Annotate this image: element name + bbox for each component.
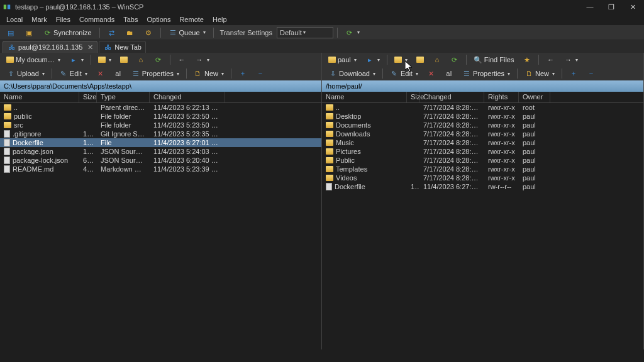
local-path[interactable]: C:\Users\ppara\Documents\Apps\testapp\ xyxy=(0,80,321,92)
folder-pair-btn[interactable]: ▣ xyxy=(21,27,37,38)
local-back-btn[interactable]: ← xyxy=(174,54,190,65)
local-refresh-btn[interactable]: ⟳ xyxy=(150,54,167,65)
settings-btn[interactable]: ⚙ xyxy=(140,27,157,38)
table-row[interactable]: Downloads7/17/2024 8:28:46 PMrwxr-xr-xpa… xyxy=(322,129,643,138)
folder-icon xyxy=(4,113,11,119)
file-icon xyxy=(4,148,10,155)
browse-btn[interactable]: 🖿 xyxy=(122,27,138,38)
table-row[interactable]: Desktop7/17/2024 8:28:46 PMrwxr-xr-xpaul xyxy=(322,112,643,121)
remote-back-btn[interactable]: ← xyxy=(542,54,558,65)
remote-bookmark-btn[interactable]: ★ xyxy=(519,54,535,65)
remote-properties-btn[interactable]: ☰Properties xyxy=(458,68,514,79)
local-minus-btn[interactable]: − xyxy=(252,68,269,79)
folder-icon xyxy=(326,166,333,172)
table-row[interactable]: Music7/17/2024 8:28:46 PMrwxr-xr-xpaul xyxy=(322,138,643,147)
table-row[interactable]: Videos7/17/2024 8:28:46 PMrwxr-xr-xpaul xyxy=(322,173,643,182)
table-row[interactable]: Public7/17/2024 8:28:46 PMrwxr-xr-xpaul xyxy=(322,156,643,165)
local-switch-btn[interactable]: ▸ xyxy=(65,54,87,65)
tab-session[interactable]: 🖧 paul@192.168.1.135 ✕ xyxy=(3,41,97,53)
remote-minus-btn[interactable]: − xyxy=(583,68,599,79)
table-row[interactable]: Templates7/17/2024 8:28:46 PMrwxr-xr-xpa… xyxy=(322,165,643,173)
connected-icon: 🖧 xyxy=(7,43,16,52)
folder-icon xyxy=(326,104,333,111)
remote-header[interactable]: Name Size Changed Rights Owner xyxy=(322,92,643,103)
local-edit-btn[interactable]: ✎Edit xyxy=(55,68,91,79)
local-fwd-btn[interactable]: → xyxy=(191,54,213,65)
folder-icon xyxy=(326,122,333,128)
remote-fwd-btn[interactable]: → xyxy=(560,54,582,65)
remote-edit-btn[interactable]: ✎Edit xyxy=(386,68,422,79)
file-icon xyxy=(4,130,10,138)
session-tabs: 🖧 paul@192.168.1.135 ✕ 🖧 New Tab xyxy=(0,40,644,53)
remote-drive-combo[interactable]: paul xyxy=(325,55,360,65)
remote-plus-btn[interactable]: + xyxy=(565,68,582,79)
folder-icon xyxy=(326,131,333,137)
local-delete-btn[interactable]: ✕ xyxy=(92,68,109,79)
table-row[interactable]: README.md4 KBMarkdown Source …11/4/2023 … xyxy=(0,165,321,173)
table-row[interactable]: Dockerfile1 KB11/4/2023 6:27:01 PMrw-r--… xyxy=(322,182,643,191)
local-root-btn[interactable] xyxy=(116,55,131,64)
remote-file-list[interactable]: ..7/17/2024 8:28:42 PMrwxr-xr-xrootDeskt… xyxy=(322,103,643,349)
local-properties-btn[interactable]: ☰Properties xyxy=(128,68,183,79)
folder-icon xyxy=(326,157,333,163)
table-row[interactable]: ..Parent directory11/4/2023 6:22:13 PM xyxy=(0,103,321,112)
remote-home-btn[interactable]: ⌂ xyxy=(429,54,445,65)
panes-container: My docum… ▸ ⌂ ⟳ ← → ⇧Upload ✎Edit ✕ aI ☰… xyxy=(0,53,644,349)
remote-root-btn[interactable] xyxy=(413,55,428,64)
transfer-label: Transfer Settings xyxy=(218,29,275,36)
remote-actionbar: ⇩Download ✎Edit ✕ aI ☰Properties 🗋New + … xyxy=(322,67,643,80)
remote-up-btn[interactable] xyxy=(391,55,411,64)
remote-path[interactable]: /home/paul/ xyxy=(322,80,643,92)
table-row[interactable]: .gitignore1 KBGit Ignore Source F…11/4/2… xyxy=(0,129,321,138)
local-file-list[interactable]: ..Parent directory11/4/2023 6:22:13 PMpu… xyxy=(0,103,321,349)
remote-new-btn[interactable]: 🗋New xyxy=(521,68,558,79)
local-up-btn[interactable] xyxy=(94,55,115,64)
folder-icon xyxy=(328,57,336,63)
local-plus-btn[interactable]: + xyxy=(235,68,251,79)
tab-new[interactable]: 🖧 New Tab xyxy=(99,41,146,53)
local-new-btn[interactable]: 🗋New xyxy=(190,68,228,79)
menu-remote[interactable]: Remote xyxy=(175,16,208,23)
synchronize-btn[interactable]: ⟳Synchronize xyxy=(39,27,96,38)
table-row[interactable]: srcFile folder11/4/2023 5:23:50 PM xyxy=(0,121,321,129)
maximize-button[interactable]: ❐ xyxy=(606,3,616,11)
menu-tabs[interactable]: Tabs xyxy=(119,16,142,23)
menu-options[interactable]: Options xyxy=(143,16,174,23)
address-book-btn[interactable]: ▤ xyxy=(3,27,19,38)
menu-commands[interactable]: Commands xyxy=(75,16,118,23)
queue-btn[interactable]: ☰Queue xyxy=(165,27,209,38)
new-tab-icon: 🖧 xyxy=(103,43,112,52)
remote-refresh-btn[interactable]: ⟳ xyxy=(447,54,463,65)
minimize-button[interactable]: — xyxy=(585,3,595,11)
menu-files[interactable]: Files xyxy=(52,16,74,23)
menu-help[interactable]: Help xyxy=(209,16,231,23)
table-row[interactable]: ..7/17/2024 8:28:42 PMrwxr-xr-xroot xyxy=(322,103,643,112)
local-drive-combo[interactable]: My docum… xyxy=(3,55,64,65)
file-icon xyxy=(4,165,10,173)
refresh-remote-btn[interactable]: ⟳ xyxy=(341,27,364,38)
local-header[interactable]: Name Size Type Changed xyxy=(0,92,321,103)
local-home-btn[interactable]: ⌂ xyxy=(133,54,149,65)
find-files-btn[interactable]: 🔍Find Files xyxy=(470,54,518,65)
remote-delete-btn[interactable]: ✕ xyxy=(423,68,440,79)
file-icon xyxy=(4,156,10,164)
menu-mark[interactable]: Mark xyxy=(28,16,50,23)
folder-icon xyxy=(326,148,333,155)
upload-btn[interactable]: ⇧Upload xyxy=(3,68,48,79)
table-row[interactable]: publicFile folder11/4/2023 5:23:50 PM xyxy=(0,112,321,121)
download-btn[interactable]: ⇩Download xyxy=(325,68,379,79)
tab-close-icon[interactable]: ✕ xyxy=(87,43,93,52)
table-row[interactable]: Documents7/17/2024 8:28:46 PMrwxr-xr-xpa… xyxy=(322,121,643,129)
remote-switch-btn[interactable]: ▸ xyxy=(362,54,384,65)
folder-icon xyxy=(4,122,11,128)
menu-local[interactable]: Local xyxy=(3,16,26,23)
close-button[interactable]: ✕ xyxy=(628,3,638,11)
table-row[interactable]: Dockerfile1 KBFile11/4/2023 6:27:01 PM xyxy=(0,138,321,147)
table-row[interactable]: package.json1 KBJSON Source File11/4/202… xyxy=(0,147,321,156)
toggle-btn-1[interactable]: ⇄ xyxy=(104,27,120,38)
remote-rename-btn[interactable]: aI xyxy=(441,68,457,79)
table-row[interactable]: package-lock.json684 KBJSON Source File1… xyxy=(0,156,321,165)
local-rename-btn[interactable]: aI xyxy=(110,68,126,79)
transfer-preset-combo[interactable]: Default xyxy=(277,27,333,38)
table-row[interactable]: Pictures7/17/2024 8:28:46 PMrwxr-xr-xpau… xyxy=(322,147,643,156)
